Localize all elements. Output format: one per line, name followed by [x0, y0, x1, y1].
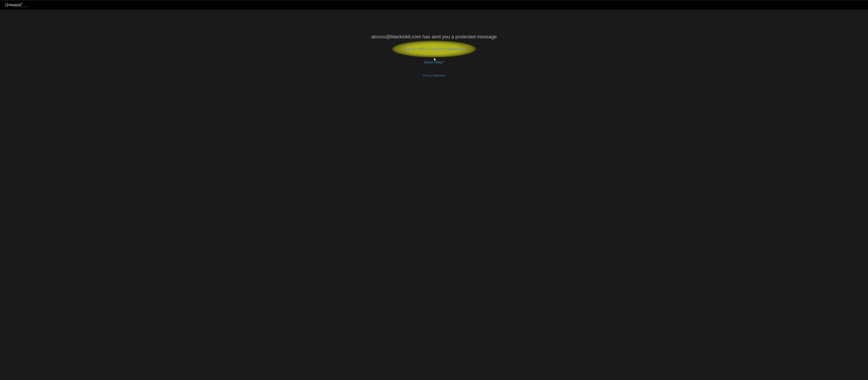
- logo-tagline: IT Support With Business Sense.: [13, 6, 28, 7]
- cursor-icon: [434, 58, 437, 62]
- logo-icon: [5, 3, 8, 7]
- protected-message-heading: atocco@blackinkit.com has sent you a pro…: [371, 34, 497, 39]
- main-content: atocco@blackinkit.com has sent you a pro…: [0, 10, 868, 77]
- brand-logo: blackinkIT IT Support With Business Sens…: [5, 3, 28, 7]
- signin-container: Sign in with a One-time passcode: [403, 46, 465, 51]
- privacy-statement-link[interactable]: Privacy Statement: [423, 74, 445, 77]
- header-bar: blackinkIT IT Support With Business Sens…: [0, 0, 868, 10]
- logo-suffix: IT: [21, 3, 23, 5]
- signin-one-time-passcode-link[interactable]: Sign in with a One-time passcode: [403, 46, 465, 51]
- logo-text-wrap: blackinkIT IT Support With Business Sens…: [9, 3, 28, 7]
